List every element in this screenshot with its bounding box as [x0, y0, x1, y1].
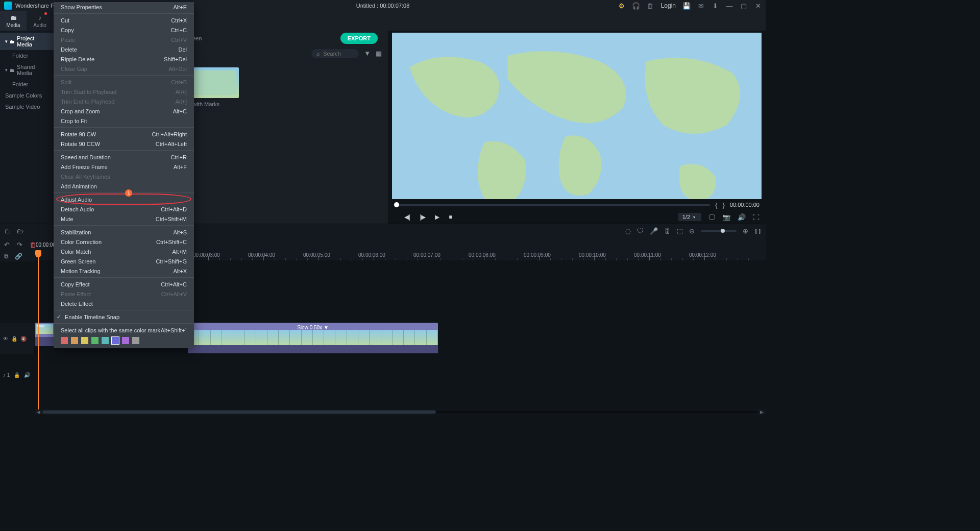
sidebar-item-folder-1[interactable]: Folder	[0, 50, 54, 61]
volume-icon[interactable]: 🔊	[24, 372, 30, 378]
color-swatch[interactable]	[112, 337, 119, 344]
color-swatch[interactable]	[122, 337, 129, 344]
display-icon[interactable]: 🖵	[708, 213, 715, 221]
menu-item-color-correction[interactable]: Color CorrectionCtrl+Shift+C	[54, 237, 194, 247]
sidebar-item-sample-colors[interactable]: Sample Colors	[0, 90, 54, 101]
scrub-track[interactable]	[394, 204, 710, 206]
mark-out-icon[interactable]: }	[723, 201, 725, 209]
marker-icon[interactable]: 🛡	[637, 227, 644, 235]
scroll-left-icon[interactable]: ◀	[37, 409, 40, 415]
maximize-icon[interactable]: ▢	[740, 2, 747, 9]
sidebar-item-sample-video[interactable]: Sample Video	[0, 101, 54, 112]
link-icon[interactable]: 🔗	[15, 253, 22, 260]
menu-item-color-match[interactable]: Color MatchAlt+M	[54, 247, 194, 256]
volume-icon[interactable]: 🔊	[738, 213, 746, 221]
menu-item-delete[interactable]: DeleteDel	[54, 44, 194, 54]
snapshot-icon[interactable]: 📷	[722, 213, 730, 221]
visibility-icon[interactable]: 👁	[3, 336, 8, 342]
grid-view-icon[interactable]: ▦	[376, 50, 382, 57]
audio-mixer-icon[interactable]: 🎛	[664, 227, 671, 235]
lock-icon[interactable]: 🔒	[14, 372, 20, 378]
save-icon[interactable]: 💾	[683, 2, 690, 9]
play-button[interactable]: ▶	[435, 213, 439, 221]
menu-item-speed-and-duration[interactable]: Speed and DurationCtrl+R	[54, 152, 194, 162]
audio-track-head: ♪ 1 🔒 🔊	[0, 372, 35, 378]
prev-frame-button[interactable]: ◀|	[404, 213, 410, 221]
voiceover-icon[interactable]: 🎤	[650, 227, 658, 235]
color-swatch[interactable]	[71, 337, 78, 344]
crop-icon[interactable]: ⬚	[677, 227, 683, 235]
menu-item-ripple-delete[interactable]: Ripple DeleteShift+Del	[54, 54, 194, 64]
download-icon[interactable]: ⬇	[712, 2, 719, 9]
color-swatch[interactable]	[102, 337, 109, 344]
scroll-right-icon[interactable]: ▶	[760, 409, 764, 415]
stop-button[interactable]: ■	[449, 213, 452, 221]
scrub-handle[interactable]	[394, 202, 399, 207]
lock-icon[interactable]: 🔒	[11, 336, 17, 342]
sidebar-item-project-media[interactable]: ▾ 🖿 Project Media	[0, 33, 54, 50]
render-icon[interactable]: ◌	[625, 227, 631, 235]
menu-item-crop-to-fit[interactable]: Crop to Fit	[54, 116, 194, 126]
login-button[interactable]: Login	[661, 2, 676, 9]
trash-icon[interactable]: 🗑	[647, 2, 654, 9]
zoom-in-icon[interactable]: ⊕	[743, 227, 748, 235]
undo-icon[interactable]: ↶	[4, 241, 10, 249]
menu-item-add-animation[interactable]: Add Animation	[54, 181, 194, 191]
playhead-handle-icon[interactable]	[35, 250, 41, 257]
menu-item-crop-and-zoom[interactable]: Crop and ZoomAlt+C	[54, 106, 194, 116]
menu-item-green-screen[interactable]: Green ScreenCtrl+Shift+G	[54, 256, 194, 266]
headphones-icon[interactable]: 🎧	[632, 2, 640, 9]
preview-panel: { } 00:00:00:00 ◀| |▶ ▶ ■ 1/2 ▾ 🖵 📷 🔊 ⛶	[388, 31, 766, 224]
menu-item-delete-effect[interactable]: Delete Effect	[54, 299, 194, 308]
timeline-clip-main[interactable]: Slow 0.50x ▼	[188, 323, 438, 353]
zoom-out-icon[interactable]: ⊖	[689, 227, 695, 235]
preview-ratio-select[interactable]: 1/2 ▾	[678, 213, 701, 221]
filter-icon[interactable]: ▼	[364, 50, 371, 57]
menu-item-select-all-clips-with-the-same-color-mark[interactable]: Select all clips with the same color mar…	[54, 325, 194, 335]
export-button[interactable]: EXPORT	[340, 33, 378, 44]
menu-item-show-properties[interactable]: Show PropertiesAlt+E	[54, 2, 194, 12]
mark-in-icon[interactable]: {	[715, 201, 717, 209]
minimize-icon[interactable]: ―	[726, 2, 733, 9]
menu-item-stabilization[interactable]: StabilizationAlt+S	[54, 227, 194, 237]
ruler-tick: 00:00:03:00	[193, 252, 220, 258]
menu-item-detach-audio[interactable]: Detach AudioCtrl+Alt+D	[54, 204, 194, 214]
menu-item-cut[interactable]: CutCtrl+X	[54, 15, 194, 25]
menu-item-enable-timeline-snap[interactable]: ✓Enable Timeline Snap	[54, 312, 194, 322]
clip-speed-label[interactable]: Slow 0.50x ▼	[297, 325, 329, 330]
tab-media[interactable]: 🖿 Media	[0, 11, 27, 31]
close-icon[interactable]: ✕	[754, 2, 762, 9]
zoom-fit-icon[interactable]: ⫿⫿	[754, 227, 762, 235]
open-folder-icon[interactable]: 🗁	[17, 227, 23, 235]
lightbulb-icon[interactable]: ⚙	[618, 2, 625, 9]
scrollbar-thumb[interactable]	[42, 411, 436, 414]
search-input[interactable]	[323, 51, 354, 57]
playhead[interactable]	[38, 251, 39, 409]
sidebar-item-folder-2[interactable]: Folder	[0, 79, 54, 90]
color-swatch[interactable]	[81, 337, 88, 344]
menu-item-rotate-90-cw[interactable]: Rotate 90 CWCtrl+Alt+Right	[54, 129, 194, 139]
zoom-slider[interactable]	[701, 230, 737, 232]
menu-item-rotate-90-ccw[interactable]: Rotate 90 CCWCtrl+Alt+Left	[54, 139, 194, 149]
sidebar-item-shared-media[interactable]: ▾ 🖿 Shared Media	[0, 61, 54, 79]
mute-track-icon[interactable]: 🔇	[20, 336, 27, 342]
color-swatch[interactable]	[61, 337, 68, 344]
menu-item-copy[interactable]: CopyCtrl+C	[54, 25, 194, 35]
menu-item-copy-effect[interactable]: Copy EffectCtrl+Alt+C	[54, 279, 194, 289]
fullscreen-icon[interactable]: ⛶	[753, 213, 760, 221]
menu-item-add-freeze-frame[interactable]: Add Freeze FrameAlt+F	[54, 162, 194, 172]
add-folder-icon[interactable]: 🗀	[4, 227, 11, 235]
context-menu: Show PropertiesAlt+ECutCtrl+XCopyCtrl+CP…	[54, 2, 194, 348]
menu-item-mute[interactable]: MuteCtrl+Shift+M	[54, 214, 194, 224]
copy-icon[interactable]: ⧉	[4, 253, 9, 260]
mail-icon[interactable]: ✉	[697, 2, 704, 9]
menu-item-motion-tracking[interactable]: Motion TrackingAlt+X	[54, 266, 194, 276]
search-input-wrapper[interactable]: ⌕	[311, 49, 359, 58]
tab-audio[interactable]: ♪ Audio	[27, 11, 53, 31]
color-swatch[interactable]	[132, 337, 139, 344]
redo-icon[interactable]: ↷	[17, 241, 22, 249]
preview-viewport[interactable]	[392, 33, 762, 199]
next-frame-button[interactable]: |▶	[420, 213, 426, 221]
timeline-scrollbar[interactable]: ◀ ▶	[35, 409, 766, 415]
color-swatch[interactable]	[91, 337, 99, 344]
